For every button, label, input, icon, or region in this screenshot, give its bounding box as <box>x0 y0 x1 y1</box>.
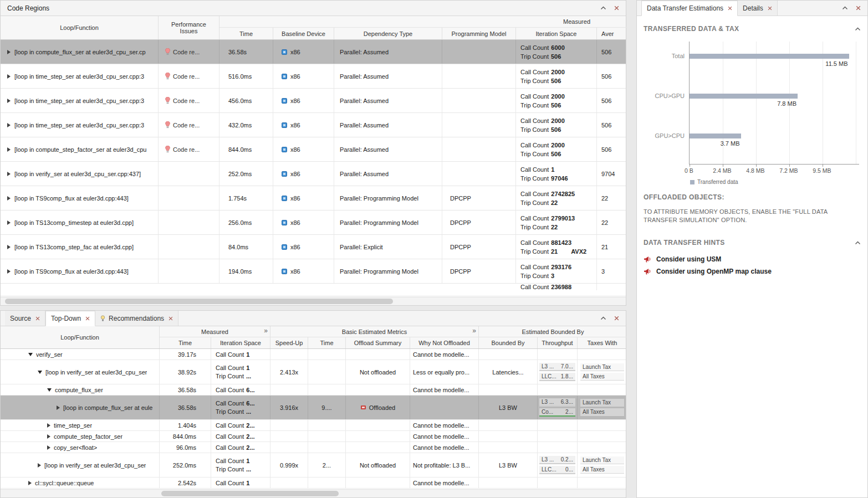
column-header-why-not-offloaded[interactable]: Why Not Offloaded <box>410 337 479 348</box>
close-tab-icon[interactable] <box>728 6 732 11</box>
close-panel-icon[interactable] <box>614 6 619 11</box>
top-down-row[interactable]: compute_flux_ser36.58sCall Count6...Cann… <box>1 384 626 396</box>
expand-icon[interactable] <box>7 123 11 127</box>
top-down-header: Loop/Function Measured » Basic Estimated… <box>1 326 626 349</box>
data-transfer-hint[interactable]: Consider using USM <box>644 253 861 265</box>
expand-icon[interactable] <box>7 74 11 79</box>
expand-icon[interactable] <box>28 481 32 485</box>
top-down-row[interactable]: cl::sycl::queue::queue2.542sCall Count1C… <box>1 478 626 489</box>
horizontal-scrollbar[interactable] <box>1 489 626 497</box>
column-group-basic-estimated-metrics[interactable]: Basic Estimated Metrics » <box>270 326 479 337</box>
code-region-row[interactable]: Call Count236988 <box>1 284 626 296</box>
column-group-measured[interactable]: Measured » <box>160 326 270 337</box>
device-label: x86 <box>290 219 300 226</box>
column-group-estimated-bounded-by[interactable]: Estimated Bounded By <box>479 326 627 337</box>
column-header-performance-issues[interactable]: Performance Issues <box>159 16 219 39</box>
code-region-row[interactable]: [loop in time_step_ser at euler3d_cpu_se… <box>1 89 626 113</box>
taxes-cell <box>578 478 626 488</box>
code-region-row[interactable]: [loop in TS9comp_flux at euler3d.cpp:443… <box>1 186 626 211</box>
performance-issues-cell <box>159 259 219 283</box>
code-region-row[interactable]: [loop in compute_step_factor_ser at eule… <box>1 137 626 162</box>
column-header-taxes[interactable]: Taxes With <box>578 337 627 348</box>
expand-icon[interactable] <box>28 353 33 356</box>
scrollbar-thumb[interactable] <box>161 491 339 496</box>
collapse-section-icon[interactable] <box>855 239 861 247</box>
column-header-baseline-device[interactable]: Baseline Device <box>273 28 334 39</box>
expand-icon[interactable] <box>7 269 11 274</box>
column-header-average[interactable]: Aver <box>597 28 627 39</box>
expand-icon[interactable] <box>7 172 11 176</box>
close-panel-icon[interactable] <box>614 316 619 321</box>
tab-data-transfer-estimations[interactable]: Data Transfer Estimations <box>641 1 738 16</box>
collapse-panel-icon[interactable] <box>842 6 848 10</box>
expand-icon[interactable] <box>7 220 11 225</box>
trip-count-value: 3 <box>551 273 554 279</box>
horizontal-scrollbar[interactable] <box>1 297 626 305</box>
close-panel-icon[interactable] <box>856 6 861 11</box>
code-region-row[interactable]: [loop in time_step_ser at euler3d_cpu_se… <box>1 64 626 89</box>
code-region-row[interactable]: [loop in compute_flux_ser at euler3d_cpu… <box>1 40 626 64</box>
expand-icon[interactable] <box>47 434 50 439</box>
bottom-tabbar: Source Top-Down Recommendations <box>1 311 626 326</box>
tab-recommendations[interactable]: Recommendations <box>95 311 178 326</box>
code-region-row[interactable]: [loop in verify_ser at euler3d_cpu_ser.c… <box>1 162 626 186</box>
trip-count-value: 97046 <box>551 175 568 182</box>
data-transfer-hint[interactable]: Consider using OpenMP map clause <box>644 265 861 278</box>
expand-columns-icon[interactable]: » <box>472 327 476 334</box>
expand-icon[interactable] <box>7 50 11 54</box>
column-group-measured[interactable]: Measured <box>219 16 627 28</box>
tab-source[interactable]: Source <box>5 311 45 326</box>
column-header-iteration-space[interactable]: Iteration Space <box>211 337 270 348</box>
tab-details[interactable]: Details <box>738 1 778 16</box>
code-region-row[interactable]: [loop in time_step_ser at euler3d_cpu_se… <box>1 113 626 137</box>
expand-icon[interactable] <box>7 196 11 201</box>
loop-function-cell: cl::sycl::queue::queue <box>1 478 160 488</box>
top-down-row[interactable]: copy_ser<float>96.0msCall Count2...Canno… <box>1 442 626 453</box>
collapse-panel-icon[interactable] <box>600 6 606 10</box>
expand-icon[interactable] <box>7 147 11 152</box>
column-header-speed-up[interactable]: Speed-Up <box>270 337 308 348</box>
column-header-loop-function[interactable]: Loop/Function <box>1 16 159 39</box>
close-tab-icon[interactable] <box>35 316 40 321</box>
column-header-dependency-type[interactable]: Dependency Type <box>334 28 442 39</box>
top-down-row[interactable]: [loop in verify_ser at euler3d_cpu_ser25… <box>1 453 626 478</box>
throughput-label: L3 ... <box>542 398 554 405</box>
scrollbar-thumb[interactable] <box>5 299 393 304</box>
expand-icon[interactable] <box>57 405 60 410</box>
expand-columns-icon[interactable]: » <box>264 327 268 334</box>
panel-divider[interactable] <box>626 0 636 498</box>
column-header-estimated-time[interactable]: Time <box>308 337 346 348</box>
close-tab-icon[interactable] <box>169 316 173 321</box>
column-header-loop-function[interactable]: Loop/Function <box>1 326 160 348</box>
collapse-section-icon[interactable] <box>855 25 861 33</box>
column-header-bounded-by[interactable]: Bounded By <box>479 337 538 348</box>
code-region-row[interactable]: [loop in TS13comp_timestep at euler3d.cp… <box>1 211 626 235</box>
top-down-row[interactable]: compute_step_factor_ser844.0msCall Count… <box>1 431 626 442</box>
expand-icon[interactable] <box>47 388 52 392</box>
code-region-row[interactable]: [loop in TS13comp_step_fac at euler3d.cp… <box>1 235 626 259</box>
expand-icon[interactable] <box>38 463 41 468</box>
collapse-panel-icon[interactable] <box>600 316 606 320</box>
column-header-throughput[interactable]: Throughput <box>538 337 578 348</box>
speed-up-cell: 3.916x <box>270 396 308 419</box>
close-tab-icon[interactable] <box>768 6 772 11</box>
column-header-offload-summary[interactable]: Offload Summary <box>346 337 410 348</box>
column-header-programming-model[interactable]: Programming Model <box>442 28 516 39</box>
expand-icon[interactable] <box>47 445 50 450</box>
top-down-row[interactable]: [loop in verify_ser at euler3d_cpu_ser38… <box>1 360 626 384</box>
tab-top-down[interactable]: Top-Down <box>45 311 95 326</box>
column-header-iteration-space[interactable]: Iteration Space <box>516 28 597 39</box>
top-down-row[interactable]: [loop in compute_flux_ser at eule36.58sC… <box>1 396 626 420</box>
column-header-time[interactable]: Time <box>160 337 211 348</box>
top-down-row[interactable]: verify_ser39.17sCall Count1Cannot be mod… <box>1 349 626 360</box>
column-header-time[interactable]: Time <box>219 28 273 39</box>
code-region-row[interactable]: [loop in TS9comp_flux at euler3d.cpp:443… <box>1 259 626 284</box>
expand-icon[interactable] <box>38 371 42 374</box>
trip-count-line: Trip Count21AVX2 <box>520 248 586 255</box>
expand-icon[interactable] <box>47 423 50 428</box>
top-down-row[interactable]: time_step_ser1.404sCall Count2...Cannot … <box>1 420 626 431</box>
group-label: Estimated Bounded By <box>522 328 584 335</box>
close-tab-icon[interactable] <box>85 316 90 321</box>
expand-icon[interactable] <box>7 99 11 103</box>
expand-icon[interactable] <box>7 245 11 249</box>
